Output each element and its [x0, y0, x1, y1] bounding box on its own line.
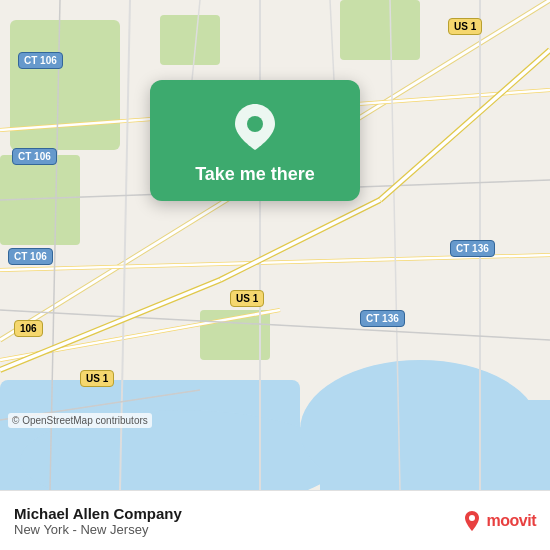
location-subtitle: New York - New Jersey: [14, 522, 182, 537]
badge-us1-mid: US 1: [230, 290, 264, 307]
svg-line-28: [380, 50, 550, 200]
badge-ct106-mid: CT 106: [12, 148, 57, 165]
badge-us1-right: US 1: [448, 18, 482, 35]
take-me-there-button[interactable]: Take me there: [150, 80, 360, 201]
moovit-text: moovit: [487, 512, 536, 530]
svg-point-34: [469, 515, 475, 521]
badge-ct136-right: CT 136: [450, 240, 495, 257]
svg-line-14: [0, 255, 550, 270]
badge-ct106-low: CT 106: [8, 248, 53, 265]
svg-line-30: [220, 200, 380, 280]
bottom-bar: Michael Allen Company New York - New Jer…: [0, 490, 550, 550]
location-name: Michael Allen Company: [14, 505, 182, 522]
moovit-pin-icon: [460, 509, 484, 533]
badge-ct106-top: CT 106: [18, 52, 63, 69]
badge-ct136-bot: CT 136: [360, 310, 405, 327]
badge-106-bot: 106: [14, 320, 43, 337]
svg-point-33: [247, 116, 263, 132]
svg-rect-3: [320, 400, 550, 490]
svg-rect-5: [160, 15, 220, 65]
cta-label: Take me there: [195, 164, 315, 185]
location-info: Michael Allen Company New York - New Jer…: [14, 505, 182, 537]
badge-us1-bot: US 1: [80, 370, 114, 387]
map-attribution: © OpenStreetMap contributors: [8, 413, 152, 428]
map-container: CT 106 CT 106 CT 106 CT 124 CT 136 CT 13…: [0, 0, 550, 490]
location-pin-icon: [228, 100, 282, 154]
moovit-logo: moovit: [460, 509, 536, 533]
svg-rect-4: [10, 20, 120, 150]
svg-rect-6: [340, 0, 420, 60]
